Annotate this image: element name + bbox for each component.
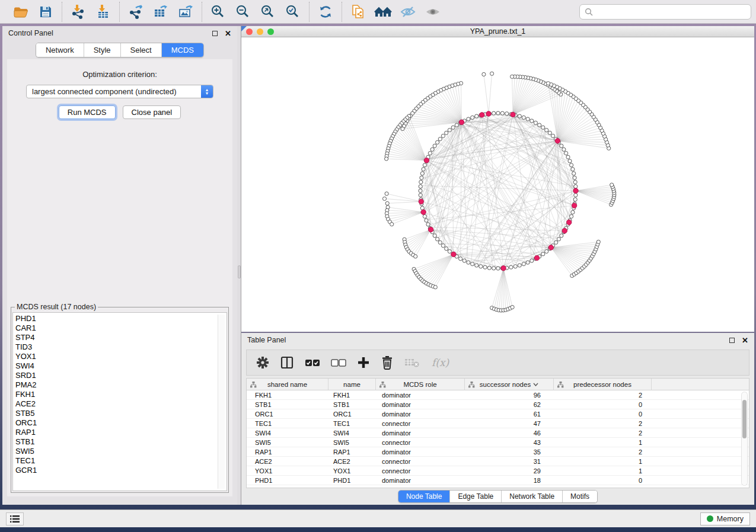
tab-select[interactable]: Select: [120, 43, 161, 57]
duplicate-network-icon[interactable]: [348, 2, 368, 21]
network-node[interactable]: [526, 117, 529, 121]
network-node[interactable]: [401, 127, 404, 130]
network-node[interactable]: [459, 257, 462, 261]
deselect-all-icon[interactable]: [331, 358, 346, 367]
mcds-result-item[interactable]: YOX1: [15, 352, 227, 361]
tab-edge-table[interactable]: Edge Table: [449, 491, 501, 502]
first-neighbors-icon[interactable]: [373, 2, 393, 21]
mcds-list-scrollbar[interactable]: [218, 315, 225, 489]
network-node[interactable]: [545, 249, 548, 253]
mcds-result-item[interactable]: SWI5: [15, 447, 227, 456]
network-node[interactable]: [433, 144, 436, 148]
cell-name[interactable]: STB1: [328, 400, 376, 409]
network-node[interactable]: [441, 134, 445, 137]
cell-shared-name[interactable]: RAP1: [247, 447, 328, 456]
network-window-titlebar[interactable]: YPA_prune.txt_1: [241, 26, 754, 37]
network-node[interactable]: [448, 129, 451, 132]
cell-successor-nodes[interactable]: 35: [465, 447, 554, 456]
table-row[interactable]: TEC1TEC1connector472: [247, 419, 749, 428]
column-header-mcds-role[interactable]: MCDS role: [376, 379, 465, 390]
cell-predecessor-nodes[interactable]: 0: [554, 409, 652, 418]
network-node[interactable]: [522, 262, 525, 266]
zoom-selected-icon[interactable]: [283, 2, 303, 21]
network-node[interactable]: [545, 129, 548, 132]
network-node[interactable]: [571, 210, 575, 214]
network-node[interactable]: [570, 214, 573, 218]
export-network-icon[interactable]: [126, 2, 146, 21]
network-node[interactable]: [566, 155, 570, 159]
network-node[interactable]: [448, 249, 451, 253]
network-hub-node[interactable]: [421, 210, 426, 214]
network-node[interactable]: [420, 172, 424, 175]
network-node[interactable]: [554, 241, 558, 244]
show-panels-button[interactable]: [6, 512, 24, 525]
show-columns-icon[interactable]: [280, 355, 294, 370]
cell-name[interactable]: ORC1: [328, 409, 376, 418]
network-node[interactable]: [483, 265, 487, 269]
tab-node-table[interactable]: Node Table: [398, 491, 450, 502]
network-node[interactable]: [423, 164, 426, 167]
network-node[interactable]: [487, 266, 491, 270]
network-node[interactable]: [530, 119, 534, 123]
cell-successor-nodes[interactable]: 29: [465, 466, 554, 475]
hide-selected-icon[interactable]: [398, 2, 418, 21]
network-node[interactable]: [570, 164, 573, 167]
network-hub-node[interactable]: [567, 220, 572, 225]
import-table-icon[interactable]: [93, 2, 113, 21]
network-node[interactable]: [513, 265, 517, 268]
cell-shared-name[interactable]: PHD1: [247, 476, 328, 485]
network-hub-node[interactable]: [534, 255, 539, 260]
table-row[interactable]: RAP1RAP1dominator352: [247, 447, 749, 457]
network-node[interactable]: [433, 234, 436, 238]
table-row[interactable]: SWI5SWI5connector431: [247, 438, 749, 447]
network-node[interactable]: [433, 286, 437, 289]
close-panel-button[interactable]: Close panel: [123, 105, 181, 119]
cell-predecessor-nodes[interactable]: 0: [554, 400, 652, 409]
mcds-result-item[interactable]: GCR1: [15, 466, 227, 475]
network-node[interactable]: [610, 183, 614, 187]
network-node[interactable]: [492, 111, 496, 115]
cell-shared-name[interactable]: SWI4: [247, 428, 328, 437]
table-row[interactable]: STB1STB1dominator620: [247, 400, 749, 409]
network-node[interactable]: [562, 148, 566, 151]
memory-button[interactable]: Memory: [700, 512, 750, 525]
network-node[interactable]: [414, 255, 417, 258]
network-node[interactable]: [596, 240, 600, 243]
mcds-result-item[interactable]: TID3: [15, 342, 227, 352]
network-node[interactable]: [509, 265, 513, 269]
network-hub-node[interactable]: [428, 227, 433, 232]
tab-network-table[interactable]: Network Table: [501, 491, 562, 502]
network-node[interactable]: [428, 152, 432, 155]
network-node[interactable]: [522, 116, 525, 119]
network-hub-node[interactable]: [501, 266, 506, 271]
tab-style[interactable]: Style: [84, 43, 120, 57]
cell-name[interactable]: SWI4: [328, 428, 376, 437]
mcds-result-item[interactable]: CAR1: [15, 323, 227, 333]
cell-successor-nodes[interactable]: 31: [465, 457, 554, 466]
network-node[interactable]: [455, 123, 458, 127]
network-node[interactable]: [382, 197, 386, 200]
network-node[interactable]: [475, 264, 479, 267]
network-node[interactable]: [505, 112, 509, 116]
network-hub-node[interactable]: [572, 203, 576, 208]
delete-rows-icon[interactable]: [381, 355, 394, 370]
network-node[interactable]: [419, 193, 422, 197]
search-input[interactable]: [596, 8, 746, 16]
cell-shared-name[interactable]: FKH1: [247, 390, 328, 399]
network-node[interactable]: [572, 172, 576, 175]
mcds-result-item[interactable]: TEC1: [15, 456, 227, 466]
cell-shared-name[interactable]: SWI5: [247, 438, 328, 447]
network-node[interactable]: [423, 214, 426, 218]
zoom-in-icon[interactable]: [208, 2, 228, 21]
network-hub-node[interactable]: [562, 228, 567, 233]
network-node[interactable]: [471, 262, 474, 266]
cell-predecessor-nodes[interactable]: 2: [554, 428, 652, 437]
network-node[interactable]: [538, 123, 541, 127]
network-node[interactable]: [482, 72, 486, 76]
cell-mcds-role[interactable]: connector: [376, 419, 465, 428]
network-node[interactable]: [436, 140, 439, 144]
network-node[interactable]: [574, 193, 578, 197]
cell-shared-name[interactable]: TEC1: [247, 419, 328, 428]
cell-mcds-role[interactable]: dominator: [376, 409, 465, 418]
save-icon[interactable]: [36, 2, 56, 21]
